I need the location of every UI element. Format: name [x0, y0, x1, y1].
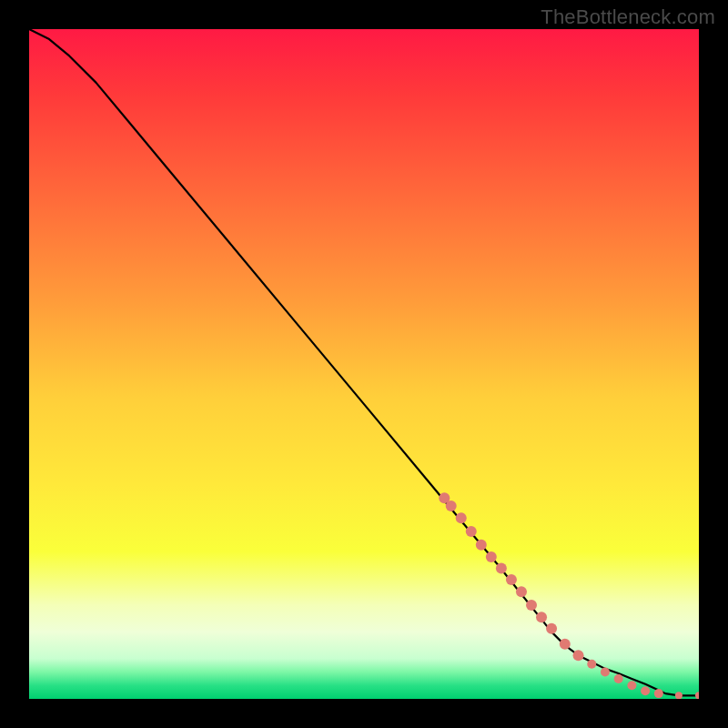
- marker-point: [614, 674, 623, 683]
- marker-point: [476, 540, 487, 551]
- marker-point: [496, 562, 507, 573]
- marker-point: [516, 586, 527, 597]
- marker-point: [456, 512, 467, 523]
- plot-area: [29, 29, 699, 699]
- outer-frame: TheBottleneck.com: [0, 0, 728, 728]
- marker-point: [601, 668, 610, 677]
- marker-point: [506, 574, 517, 585]
- marker-point: [526, 600, 537, 611]
- marker-point: [546, 623, 557, 634]
- chart-svg: [29, 29, 699, 699]
- marker-point: [654, 689, 663, 698]
- marker-group: [439, 492, 699, 699]
- curve-line: [29, 29, 699, 695]
- marker-point: [675, 692, 682, 699]
- marker-point: [627, 681, 636, 690]
- marker-point: [641, 686, 650, 695]
- marker-point: [573, 650, 584, 661]
- marker-point: [486, 551, 497, 562]
- marker-point: [587, 660, 596, 669]
- marker-point: [695, 692, 699, 699]
- watermark-text: TheBottleneck.com: [541, 5, 715, 29]
- marker-point: [536, 612, 547, 622]
- marker-point: [466, 526, 477, 537]
- marker-point: [446, 500, 457, 511]
- marker-point: [560, 639, 571, 650]
